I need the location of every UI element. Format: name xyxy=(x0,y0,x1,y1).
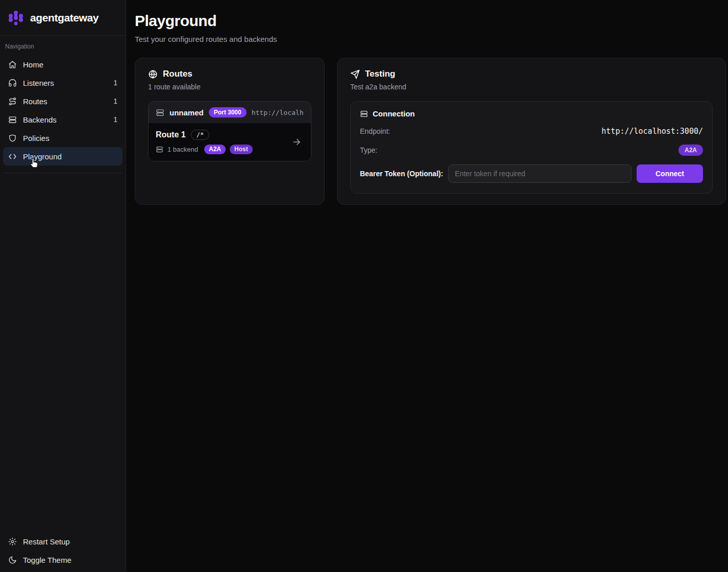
server-icon xyxy=(8,115,17,124)
sidebar: agentgateway Navigation Home Listeners 1… xyxy=(0,0,126,572)
sidebar-item-label: Routes xyxy=(23,97,47,106)
listener-group: unnamed Port 3000 http://localhost:3000/… xyxy=(148,101,311,161)
host-badge: Host xyxy=(230,145,253,154)
sidebar-item-routes[interactable]: Routes 1 xyxy=(3,92,123,110)
globe-icon xyxy=(148,69,158,79)
type-badge: A2A xyxy=(678,145,703,156)
arrow-right-icon[interactable] xyxy=(292,137,302,147)
route-icon xyxy=(8,97,17,106)
agentgateway-logo-icon xyxy=(7,9,25,27)
app-logo: agentgateway xyxy=(0,0,126,36)
routes-panel: Routes 1 route available unnamed Port 30… xyxy=(135,58,325,205)
sidebar-item-count: 1 xyxy=(113,115,117,124)
listener-row: unnamed Port 3000 http://localhost:3000/ xyxy=(149,102,311,123)
port-badge: Port 3000 xyxy=(209,107,247,117)
sidebar-item-label: Listeners xyxy=(23,79,54,87)
testing-panel-header: Testing xyxy=(350,69,713,79)
moon-icon xyxy=(8,556,17,564)
sidebar-item-label: Policies xyxy=(23,134,50,142)
routes-panel-header: Routes xyxy=(148,69,311,79)
send-icon xyxy=(350,69,360,79)
cards-row: Routes 1 route available unnamed Port 30… xyxy=(135,58,726,205)
routes-panel-title: Routes xyxy=(163,69,192,79)
sidebar-footer: Restart Setup Toggle Theme xyxy=(0,532,126,572)
type-label: Type: xyxy=(360,146,377,154)
toggle-theme-button[interactable]: Toggle Theme xyxy=(3,551,123,569)
sidebar-item-label: Home xyxy=(23,60,43,69)
sidebar-item-playground[interactable]: Playground xyxy=(3,147,123,165)
connect-button[interactable]: Connect xyxy=(637,164,703,183)
connection-title: Connection xyxy=(373,109,415,118)
endpoint-value: http://localhost:3000/ xyxy=(601,127,703,136)
route-path-badge: /* xyxy=(191,130,209,140)
route-name: Route 1 xyxy=(156,130,186,139)
connection-header: Connection xyxy=(360,109,703,118)
sidebar-item-count: 1 xyxy=(113,97,117,105)
testing-panel-title: Testing xyxy=(365,69,395,79)
bearer-token-input[interactable] xyxy=(448,164,632,183)
bearer-token-row: Bearer Token (Optional): Connect xyxy=(360,164,703,183)
sidebar-item-count: 1 xyxy=(113,79,117,87)
testing-panel-subtitle: Test a2a backend xyxy=(350,83,713,91)
restart-setup-button[interactable]: Restart Setup xyxy=(3,532,123,551)
home-icon xyxy=(8,60,17,69)
sidebar-item-listeners[interactable]: Listeners 1 xyxy=(3,74,123,92)
server-icon xyxy=(360,110,368,118)
route-item[interactable]: Route 1 /* 1 backend A2A Host xyxy=(149,123,311,160)
endpoint-row: Endpoint: http://localhost:3000/ xyxy=(360,126,703,137)
shield-icon xyxy=(8,134,17,142)
main-content: Playground Test your configured routes a… xyxy=(126,0,728,572)
nav-section-label: Navigation xyxy=(3,43,123,55)
app-title: agentgateway xyxy=(30,12,99,24)
code-icon xyxy=(8,152,17,161)
nav-divider xyxy=(3,173,123,173)
backend-count: 1 backend xyxy=(167,146,198,153)
headphones-icon xyxy=(8,79,17,87)
type-row: Type: A2A xyxy=(360,145,703,156)
restart-setup-label: Restart Setup xyxy=(23,537,70,546)
sidebar-item-policies[interactable]: Policies xyxy=(3,129,123,147)
listener-url: http://localhost:3000/ xyxy=(252,109,304,116)
sidebar-nav: Navigation Home Listeners 1 Routes 1 xyxy=(0,36,126,173)
endpoint-label: Endpoint: xyxy=(360,127,390,135)
route-meta-line: 1 backend A2A Host xyxy=(156,145,304,154)
connection-card: Connection Endpoint: http://localhost:30… xyxy=(350,101,713,194)
sidebar-item-label: Backends xyxy=(23,115,57,124)
sidebar-item-home[interactable]: Home xyxy=(3,55,123,74)
a2a-badge: A2A xyxy=(204,145,226,154)
toggle-theme-label: Toggle Theme xyxy=(23,556,71,564)
sidebar-item-backends[interactable]: Backends 1 xyxy=(3,110,123,129)
page-title: Playground xyxy=(135,12,726,30)
sidebar-item-label: Playground xyxy=(23,152,62,161)
testing-panel: Testing Test a2a backend Connection Endp… xyxy=(337,58,726,205)
route-title-line: Route 1 /* xyxy=(156,130,304,140)
routes-panel-subtitle: 1 route available xyxy=(148,83,311,91)
server-icon xyxy=(156,146,163,153)
gear-icon xyxy=(8,537,17,546)
bearer-token-label: Bearer Token (Optional): xyxy=(360,170,443,178)
listener-name: unnamed xyxy=(169,108,204,117)
page-subtitle: Test your configured routes and backends xyxy=(135,35,726,43)
server-icon xyxy=(156,108,164,117)
